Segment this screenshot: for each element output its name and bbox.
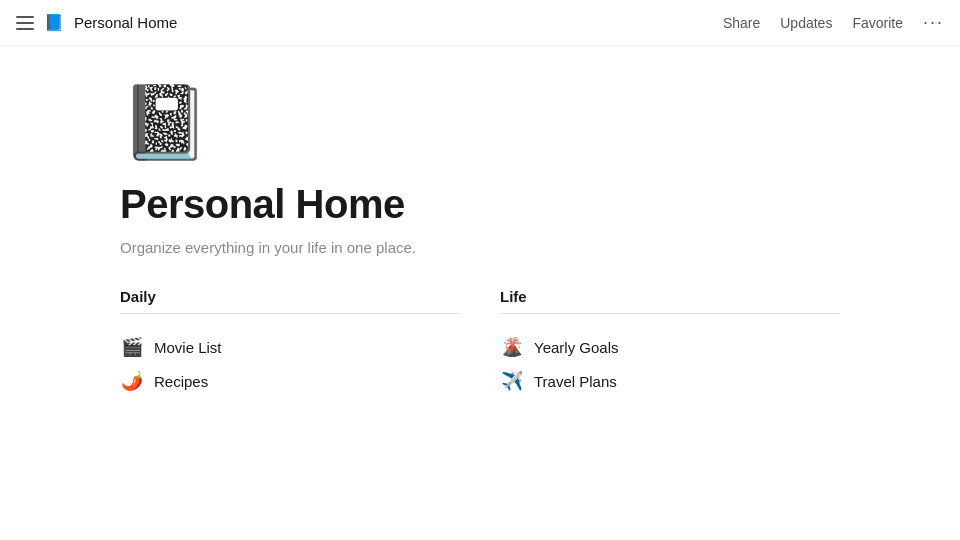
page-subtitle: Organize everything in your life in one … [120, 239, 840, 256]
favorite-button[interactable]: Favorite [852, 15, 903, 31]
more-options-button[interactable]: ··· [923, 12, 944, 33]
column-daily: Daily 🎬 Movie List 🌶️ Recipes [120, 288, 460, 398]
list-item-recipes[interactable]: 🌶️ Recipes [120, 364, 460, 398]
topbar-right: Share Updates Favorite ··· [723, 12, 944, 33]
topbar: 📘 Personal Home Share Updates Favorite ·… [0, 0, 960, 46]
topbar-title: Personal Home [74, 14, 177, 31]
column-header-daily: Daily [120, 288, 460, 314]
recipes-label: Recipes [154, 373, 208, 390]
page-content: 📓 Personal Home Organize everything in y… [0, 46, 960, 438]
list-item-travel-plans[interactable]: ✈️ Travel Plans [500, 364, 840, 398]
page-title: Personal Home [120, 182, 840, 227]
updates-button[interactable]: Updates [780, 15, 832, 31]
yearly-goals-label: Yearly Goals [534, 339, 619, 356]
travel-plans-emoji: ✈️ [500, 370, 524, 392]
travel-plans-label: Travel Plans [534, 373, 617, 390]
list-item-yearly-goals[interactable]: 🌋 Yearly Goals [500, 330, 840, 364]
columns-container: Daily 🎬 Movie List 🌶️ Recipes Life 🌋 Yea… [120, 288, 840, 398]
recipes-emoji: 🌶️ [120, 370, 144, 392]
list-item-movie-list[interactable]: 🎬 Movie List [120, 330, 460, 364]
yearly-goals-emoji: 🌋 [500, 336, 524, 358]
movie-list-label: Movie List [154, 339, 222, 356]
column-header-life: Life [500, 288, 840, 314]
movie-list-emoji: 🎬 [120, 336, 144, 358]
page-icon-small: 📘 [44, 13, 64, 33]
column-life: Life 🌋 Yearly Goals ✈️ Travel Plans [500, 288, 840, 398]
share-button[interactable]: Share [723, 15, 760, 31]
topbar-left: 📘 Personal Home [16, 13, 177, 33]
page-cover-emoji: 📓 [120, 86, 840, 158]
menu-icon[interactable] [16, 16, 34, 30]
